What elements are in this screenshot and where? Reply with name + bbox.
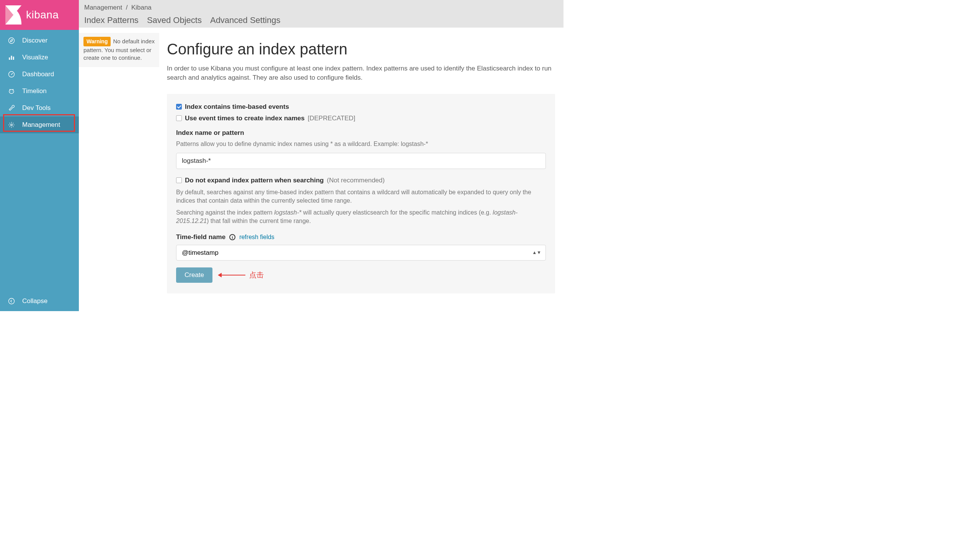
index-pattern-form: Index contains time-based events Use eve… xyxy=(167,94,555,293)
index-name-help: Patterns allow you to define dynamic ind… xyxy=(176,140,546,148)
create-row: Create 点击 xyxy=(176,267,546,283)
kibana-logo-icon xyxy=(5,5,21,25)
logo-area: kibana xyxy=(0,0,79,30)
breadcrumb-current: Kibana xyxy=(131,4,152,11)
sidebar-item-devtools[interactable]: Dev Tools xyxy=(0,100,79,116)
svg-rect-5 xyxy=(11,56,12,60)
svg-point-12 xyxy=(12,91,13,92)
no-expand-help2c: ) that fall within the current time rang… xyxy=(207,218,311,224)
tab-advanced-settings[interactable]: Advanced Settings xyxy=(210,15,280,25)
breadcrumb: Management / Kibana xyxy=(84,4,558,11)
no-expand-row[interactable]: Do not expand index pattern when searchi… xyxy=(176,177,546,184)
no-expand-suffix: (Not recommended) xyxy=(327,177,385,184)
tabs: Index Patterns Saved Objects Advanced Se… xyxy=(84,15,558,25)
sidebar-item-dashboard[interactable]: Dashboard xyxy=(0,66,79,83)
time-based-checkbox[interactable] xyxy=(176,104,182,110)
svg-point-2 xyxy=(9,38,15,44)
sidebar-nav: Discover Visualize Dashboard Timelion De… xyxy=(0,30,79,293)
collapse-icon xyxy=(8,297,15,305)
svg-marker-3 xyxy=(10,39,13,42)
brand-name: kibana xyxy=(26,9,59,21)
refresh-fields-link[interactable]: refresh fields xyxy=(239,234,274,241)
sidebar-item-label: Timelion xyxy=(22,87,47,95)
event-times-checkbox[interactable] xyxy=(176,115,182,121)
no-expand-help1: By default, searches against any time-ba… xyxy=(176,188,546,205)
event-times-label: Use event times to create index names xyxy=(185,115,305,122)
sidebar-item-management[interactable]: Management xyxy=(0,116,79,133)
timefield-row: Time-field name i refresh fields xyxy=(176,233,546,241)
sidebar-item-discover[interactable]: Discover xyxy=(0,32,79,49)
no-expand-help2b: will actually query elasticsearch for th… xyxy=(301,209,493,216)
page-description: In order to use Kibana you must configur… xyxy=(167,64,556,82)
sidebar-item-visualize[interactable]: Visualize xyxy=(0,49,79,66)
timelion-icon xyxy=(8,87,15,95)
gear-icon xyxy=(8,121,15,129)
sidebar: kibana Discover Visualize Dashboard Time… xyxy=(0,0,79,311)
time-based-row[interactable]: Index contains time-based events xyxy=(176,103,546,111)
main-content: Configure an index pattern In order to u… xyxy=(159,33,564,311)
sidebar-item-label: Dashboard xyxy=(22,70,54,78)
svg-point-10 xyxy=(9,90,14,94)
annotation-arrow: 点击 xyxy=(219,270,264,280)
sidebar-item-label: Management xyxy=(22,121,60,129)
no-expand-help2: Searching against the index pattern logs… xyxy=(176,208,546,226)
tab-index-patterns[interactable]: Index Patterns xyxy=(84,15,139,25)
warning-panel: WarningNo default index pattern. You mus… xyxy=(79,33,159,67)
index-name-label: Index name or pattern xyxy=(176,129,546,137)
svg-point-14 xyxy=(9,298,15,304)
page-title: Configure an index pattern xyxy=(167,41,556,58)
compass-icon xyxy=(8,37,15,44)
timefield-label: Time-field name xyxy=(176,233,225,241)
sidebar-item-timelion[interactable]: Timelion xyxy=(0,83,79,100)
sidebar-collapse[interactable]: Collapse xyxy=(0,293,79,310)
sidebar-collapse-label: Collapse xyxy=(22,297,47,305)
svg-point-13 xyxy=(11,124,13,126)
tab-saved-objects[interactable]: Saved Objects xyxy=(147,15,202,25)
index-name-input[interactable] xyxy=(176,153,546,169)
no-expand-label: Do not expand index pattern when searchi… xyxy=(185,177,324,184)
svg-rect-4 xyxy=(9,57,10,60)
annotation-click-text: 点击 xyxy=(249,270,264,280)
timefield-select[interactable]: @timestamp xyxy=(176,245,546,261)
bar-chart-icon xyxy=(8,54,15,61)
event-times-suffix: [DEPRECATED] xyxy=(308,115,355,122)
breadcrumb-sep: / xyxy=(126,4,128,11)
topbar: Management / Kibana Index Patterns Saved… xyxy=(79,0,564,28)
arrow-line-icon xyxy=(219,275,245,275)
info-icon[interactable]: i xyxy=(229,234,235,240)
no-expand-help2-em1: logstash-* xyxy=(274,209,301,216)
sidebar-item-label: Discover xyxy=(22,37,47,44)
select-caret-icon: ▲▼ xyxy=(532,251,541,254)
svg-point-9 xyxy=(11,74,12,75)
sidebar-item-label: Dev Tools xyxy=(22,104,51,112)
warning-badge: Warning xyxy=(83,37,111,46)
create-button[interactable]: Create xyxy=(176,267,212,283)
svg-point-11 xyxy=(10,91,11,92)
sidebar-item-label: Visualize xyxy=(22,54,48,61)
time-based-label: Index contains time-based events xyxy=(185,103,289,111)
breadcrumb-parent[interactable]: Management xyxy=(84,4,122,11)
timefield-select-wrap: @timestamp ▲▼ xyxy=(176,245,546,261)
event-times-row[interactable]: Use event times to create index names [D… xyxy=(176,115,546,122)
svg-rect-6 xyxy=(13,57,14,60)
wrench-icon xyxy=(8,104,15,112)
no-expand-checkbox[interactable] xyxy=(176,177,182,183)
no-expand-help2a: Searching against the index pattern xyxy=(176,209,274,216)
gauge-icon xyxy=(8,70,15,78)
